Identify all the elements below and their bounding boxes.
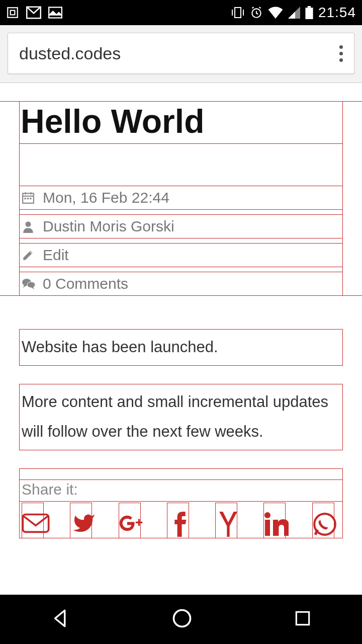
android-nav-bar bbox=[0, 595, 362, 644]
browser-omnibox-bar: dusted.codes bbox=[0, 25, 362, 83]
meta-comments-row[interactable]: 0 Comments bbox=[20, 272, 342, 295]
share-label: Share it: bbox=[20, 480, 342, 502]
share-googleplus-button[interactable] bbox=[119, 503, 147, 538]
share-facebook-button[interactable] bbox=[167, 503, 195, 538]
share-whatsapp-button[interactable] bbox=[312, 503, 340, 538]
url-bar[interactable]: dusted.codes bbox=[8, 33, 354, 74]
recents-button[interactable] bbox=[293, 609, 312, 630]
comments-icon bbox=[22, 277, 36, 290]
svg-rect-3 bbox=[49, 8, 62, 18]
svg-rect-9 bbox=[308, 6, 311, 8]
back-button[interactable] bbox=[50, 608, 71, 631]
browser-menu-icon[interactable] bbox=[339, 45, 343, 62]
notification-icon bbox=[6, 6, 19, 19]
share-hackernews-button[interactable] bbox=[215, 503, 243, 538]
home-button[interactable] bbox=[171, 607, 193, 631]
battery-icon bbox=[305, 6, 313, 19]
svg-rect-0 bbox=[8, 8, 18, 18]
meta-date-row: Mon, 16 Feb 22:44 bbox=[20, 186, 342, 210]
meta-author-row: Dustin Moris Gorski bbox=[20, 215, 342, 238]
svg-rect-4 bbox=[235, 8, 241, 18]
signal-icon bbox=[288, 7, 300, 19]
gmail-icon bbox=[26, 6, 41, 19]
svg-point-22 bbox=[264, 512, 270, 518]
svg-point-24 bbox=[173, 610, 190, 627]
svg-rect-16 bbox=[30, 198, 31, 199]
alarm-icon bbox=[250, 6, 263, 19]
meta-edit: Edit bbox=[43, 247, 69, 264]
paragraph: Website has been launched. bbox=[19, 329, 343, 366]
page-content: Hello World Mon, 16 Feb 22:44 Dustin Mor… bbox=[0, 83, 362, 538]
svg-rect-15 bbox=[27, 198, 29, 199]
clock-time: 21:54 bbox=[318, 5, 356, 21]
calendar-icon bbox=[22, 191, 36, 204]
svg-rect-8 bbox=[305, 8, 313, 19]
meta-edit-row[interactable]: Edit bbox=[20, 244, 342, 267]
svg-rect-20 bbox=[23, 514, 48, 532]
svg-rect-1 bbox=[11, 11, 15, 15]
wifi-icon bbox=[268, 7, 283, 19]
share-twitter-button[interactable] bbox=[70, 503, 98, 538]
url-text: dusted.codes bbox=[19, 44, 121, 63]
paragraph: More content and small incremental updat… bbox=[19, 384, 343, 450]
svg-point-17 bbox=[26, 221, 31, 227]
svg-rect-14 bbox=[24, 198, 26, 199]
share-section: Share it: bbox=[19, 468, 343, 538]
pencil-icon bbox=[22, 249, 36, 262]
android-status-bar: 21:54 bbox=[0, 0, 362, 25]
svg-point-19 bbox=[27, 282, 35, 288]
share-linkedin-button[interactable] bbox=[263, 503, 292, 538]
meta-comments: 0 Comments bbox=[43, 275, 128, 292]
image-icon bbox=[48, 6, 62, 19]
share-email-button[interactable] bbox=[22, 503, 50, 538]
vibrate-icon bbox=[231, 7, 245, 19]
svg-rect-21 bbox=[265, 520, 270, 536]
user-icon bbox=[22, 220, 36, 233]
meta-date: Mon, 16 Feb 22:44 bbox=[43, 189, 169, 206]
svg-rect-25 bbox=[296, 612, 309, 624]
article-title: Hello World bbox=[21, 102, 341, 141]
meta-author: Dustin Moris Gorski bbox=[43, 218, 174, 235]
